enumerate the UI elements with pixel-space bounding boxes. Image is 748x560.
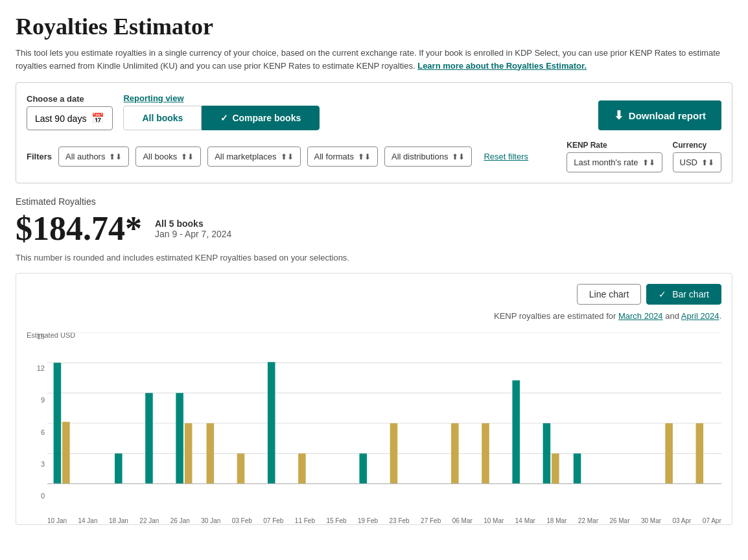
date-picker-button[interactable]: Last 90 days 📅 bbox=[27, 106, 113, 130]
filter-distributions-arrows: ⬆⬇ bbox=[452, 152, 465, 161]
filter-formats[interactable]: All formats ⬆⬇ bbox=[307, 146, 378, 167]
svg-rect-22 bbox=[552, 454, 559, 484]
svg-rect-16 bbox=[359, 454, 367, 484]
filter-marketplaces[interactable]: All marketplaces ⬆⬇ bbox=[207, 146, 300, 167]
filters-row: Filters All authors ⬆⬇ All books ⬆⬇ All … bbox=[27, 141, 721, 172]
svg-rect-25 bbox=[696, 423, 704, 484]
page-title: Royalties Estimator bbox=[16, 13, 732, 40]
svg-rect-17 bbox=[390, 423, 398, 484]
svg-rect-18 bbox=[451, 423, 459, 484]
line-chart-button[interactable]: Line chart bbox=[577, 284, 641, 305]
estimated-books: All 5 books bbox=[155, 218, 231, 229]
estimated-section: Estimated Royalties $184.74* All 5 books… bbox=[16, 196, 732, 262]
bar-chart-button[interactable]: ✓ Bar chart bbox=[646, 284, 721, 305]
check-icon: ✓ bbox=[220, 113, 228, 123]
y-label-15: 15 bbox=[27, 332, 45, 340]
x-label-27feb: 27 Feb bbox=[421, 517, 441, 524]
svg-rect-13 bbox=[237, 454, 245, 484]
x-label-14jan: 14 Jan bbox=[78, 517, 97, 524]
all-books-button[interactable]: All books bbox=[123, 106, 202, 130]
download-report-button[interactable]: ⬇ Download report bbox=[598, 100, 721, 130]
estimated-dates: Jan 9 - Apr 7, 2024 bbox=[155, 229, 231, 239]
filter-books[interactable]: All books ⬆⬇ bbox=[135, 146, 201, 167]
y-label-6: 6 bbox=[27, 428, 45, 436]
filter-authors-label: All authors bbox=[65, 152, 105, 161]
x-label-07apr: 07 Apr bbox=[703, 517, 721, 524]
chart-area: Line chart ✓ Bar chart KENP royalties ar… bbox=[16, 273, 732, 525]
x-label-26jan: 26 Jan bbox=[170, 517, 190, 524]
kenp-rate-group: KENP Rate Last month's rate ⬆⬇ bbox=[567, 141, 662, 172]
y-label-0: 0 bbox=[27, 492, 45, 500]
x-label-03feb: 03 Feb bbox=[232, 517, 252, 524]
filter-authors[interactable]: All authors ⬆⬇ bbox=[58, 146, 129, 167]
filter-authors-arrows: ⬆⬇ bbox=[109, 152, 122, 161]
svg-rect-11 bbox=[185, 423, 193, 484]
x-label-30mar: 30 Mar bbox=[641, 517, 661, 524]
learn-more-link[interactable]: Learn more about the Royalties Estimator… bbox=[417, 61, 587, 71]
svg-rect-8 bbox=[115, 454, 123, 484]
currency-value: USD bbox=[680, 158, 697, 167]
filters-label: Filters bbox=[27, 152, 52, 161]
kenp-note: KENP royalties are estimated for March 2… bbox=[27, 311, 721, 321]
filter-formats-arrows: ⬆⬇ bbox=[358, 152, 371, 161]
calendar-icon: 📅 bbox=[91, 112, 104, 124]
reporting-buttons: All books ✓Compare books bbox=[123, 106, 587, 130]
chart-controls: Line chart ✓ Bar chart bbox=[27, 284, 721, 305]
svg-rect-6 bbox=[54, 363, 62, 484]
currency-select[interactable]: USD ⬆⬇ bbox=[673, 152, 721, 172]
svg-rect-21 bbox=[543, 423, 551, 484]
x-label-18mar: 18 Mar bbox=[546, 517, 567, 524]
x-label-15feb: 15 Feb bbox=[326, 517, 346, 524]
x-label-19feb: 19 Feb bbox=[358, 517, 378, 524]
compare-books-button[interactable]: ✓Compare books bbox=[202, 106, 320, 130]
svg-rect-7 bbox=[62, 422, 70, 484]
x-label-10mar: 10 Mar bbox=[484, 517, 504, 524]
estimated-note: This number is rounded and includes esti… bbox=[16, 253, 732, 262]
filter-marketplaces-arrows: ⬆⬇ bbox=[281, 152, 294, 161]
chart-svg-container: 10 Jan 14 Jan 18 Jan 22 Jan 26 Jan 30 Ja… bbox=[47, 332, 721, 514]
filter-marketplaces-label: All marketplaces bbox=[215, 152, 276, 161]
svg-rect-12 bbox=[207, 423, 215, 484]
kenp-rate-arrows: ⬆⬇ bbox=[642, 158, 655, 167]
x-label-30jan: 30 Jan bbox=[201, 517, 220, 524]
x-label-22mar: 22 Mar bbox=[578, 517, 598, 524]
filter-formats-label: All formats bbox=[314, 152, 354, 161]
svg-rect-19 bbox=[482, 423, 489, 484]
estimated-label: Estimated Royalties bbox=[16, 196, 732, 207]
kenp-rate-label: KENP Rate bbox=[567, 141, 662, 150]
march-link[interactable]: March 2024 bbox=[618, 311, 663, 321]
currency-label: Currency bbox=[673, 141, 721, 150]
x-label-07feb: 07 Feb bbox=[263, 517, 283, 524]
kenp-rate-select[interactable]: Last month's rate ⬆⬇ bbox=[567, 152, 662, 172]
x-label-03apr: 03 Apr bbox=[672, 517, 691, 524]
date-label: Choose a date bbox=[27, 94, 113, 104]
kenp-rate-value: Last month's rate bbox=[574, 158, 638, 167]
y-label-3: 3 bbox=[27, 460, 45, 468]
page-subtitle: This tool lets you estimate royalties in… bbox=[16, 47, 732, 72]
x-label-18jan: 18 Jan bbox=[109, 517, 128, 524]
svg-rect-15 bbox=[298, 454, 306, 484]
filter-books-label: All books bbox=[143, 152, 177, 161]
estimated-meta: All 5 books Jan 9 - Apr 7, 2024 bbox=[155, 218, 231, 239]
x-label-26mar: 26 Mar bbox=[609, 517, 629, 524]
filter-distributions[interactable]: All distributions ⬆⬇ bbox=[384, 146, 472, 167]
april-link[interactable]: April 2024 bbox=[681, 311, 719, 321]
y-axis: 15 12 9 6 3 0 bbox=[27, 332, 47, 514]
reporting-view-label[interactable]: Reporting view bbox=[123, 93, 587, 103]
x-label-10jan: 10 Jan bbox=[47, 517, 67, 524]
bar-chart-check-icon: ✓ bbox=[659, 289, 669, 299]
y-label-9: 9 bbox=[27, 396, 45, 404]
download-icon: ⬇ bbox=[614, 108, 624, 122]
y-label-12: 12 bbox=[27, 364, 45, 372]
filter-distributions-label: All distributions bbox=[392, 152, 448, 161]
reset-filters-link[interactable]: Reset filters bbox=[484, 152, 528, 161]
svg-rect-20 bbox=[512, 380, 520, 484]
svg-rect-24 bbox=[665, 423, 673, 484]
x-label-22jan: 22 Jan bbox=[139, 517, 159, 524]
filter-books-arrows: ⬆⬇ bbox=[181, 152, 194, 161]
svg-rect-23 bbox=[574, 454, 581, 484]
svg-rect-10 bbox=[176, 393, 183, 484]
currency-arrows: ⬆⬇ bbox=[701, 158, 714, 167]
svg-rect-9 bbox=[145, 393, 153, 484]
x-label-11feb: 11 Feb bbox=[295, 517, 315, 524]
